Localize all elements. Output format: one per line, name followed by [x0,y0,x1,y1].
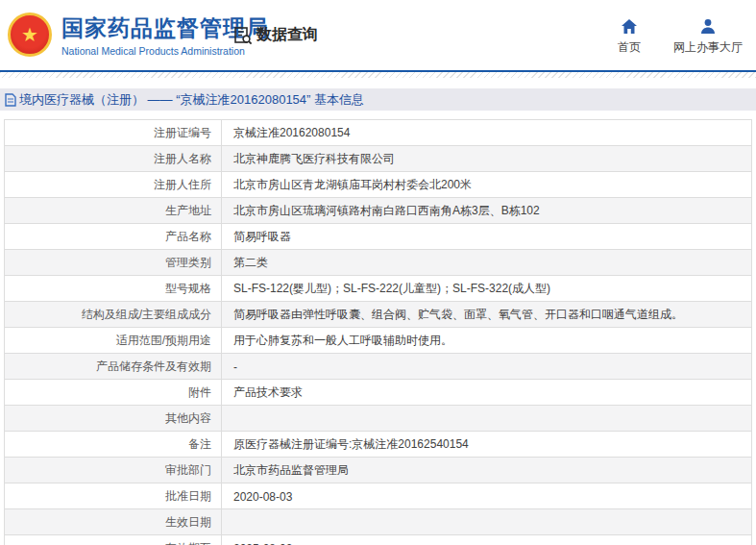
table-row: 备注原医疗器械注册证编号:京械注准20162540154 [5,432,751,458]
row-label: 有效期至 [5,535,222,545]
row-label: 生产地址 [5,198,222,223]
row-label-text: 附件 [188,384,211,401]
row-value: 简易呼吸器由弹性呼吸囊、组合阀、贮气袋、面罩、氧气管、开口器和口咽通气道组成。 [222,302,751,327]
row-label-text: 型号规格 [165,281,211,297]
row-label-text: 有效期至 [165,540,211,545]
row-label-text: 适用范围/预期用途 [116,333,211,349]
row-value: 原医疗器械注册证编号:京械注准20162540154 [222,432,751,457]
row-label: 型号规格 [5,276,222,301]
site-subtitle: National Medical Products Administration [61,45,269,57]
row-label: 其他内容 [5,406,222,431]
row-label-text: 注册人住所 [154,177,211,193]
row-label: 审批部门 [5,458,222,483]
page-icon [5,93,16,107]
row-value: 北京神鹿腾飞医疗科技有限公司 [222,146,751,171]
registration-info-table: 注册证编号京械注准20162080154注册人名称北京神鹿腾飞医疗科技有限公司注… [4,119,752,545]
data-query-label: 数据查询 [256,25,318,45]
row-label-text: 产品名称 [165,229,211,245]
site-logo[interactable]: ★ 国家药品监督管理局 National Medical Products Ad… [8,12,269,57]
row-label: 注册人住所 [5,172,222,197]
row-value [222,509,751,534]
page-title: 境内医疗器械（注册） —— “京械注准20162080154” 基本信息 [19,91,364,109]
top-navigation: 首页 网上办事大厅 [618,17,743,56]
row-label-text: 结构及组成/主要组成成分 [82,307,211,323]
row-label-text: 管理类别 [165,255,211,271]
row-label: 注册人名称 [5,146,222,171]
table-row: 附件产品技术要求 [5,380,751,406]
national-emblem-icon: ★ [8,12,52,57]
row-value: 简易呼吸器 [222,224,751,249]
nav-online-hall[interactable]: 网上办事大厅 [673,17,743,56]
data-query-section[interactable]: 数据查询 [233,25,318,45]
table-row: 有效期至2025-08-02 [5,535,751,545]
table-row: 结构及组成/主要组成成分简易呼吸器由弹性呼吸囊、组合阀、贮气袋、面罩、氧气管、开… [5,302,751,328]
row-label-text: 产品储存条件及有效期 [96,359,211,375]
row-label: 产品名称 [5,224,222,249]
row-label-text: 审批部门 [165,462,211,479]
table-row: 型号规格SL-FS-122(婴儿型)；SL-FS-222(儿童型)；SL-FS-… [5,276,751,302]
row-value: 产品技术要求 [222,380,751,405]
row-label: 批准日期 [5,483,222,508]
row-value: 北京市房山区琉璃河镇路村南白路口西南角A栋3层、B栋102 [222,198,751,223]
nav-online-hall-label: 网上办事大厅 [673,39,743,56]
row-value [222,406,751,431]
row-value: 2025-08-02 [222,535,751,545]
table-row: 管理类别第二类 [5,250,751,276]
row-label: 注册证编号 [5,120,222,145]
nav-home-label: 首页 [618,39,641,56]
row-value: SL-FS-122(婴儿型)；SL-FS-222(儿童型)；SL-FS-322(… [222,276,751,301]
table-row: 产品名称简易呼吸器 [5,224,751,250]
row-value: 用于心肺复苏和一般人工呼吸辅助时使用。 [222,328,751,353]
table-row: 生效日期 [5,509,751,535]
site-header: ★ 国家药品监督管理局 National Medical Products Ad… [0,0,756,70]
table-row: 注册证编号京械注准20162080154 [5,120,751,146]
row-label: 备注 [5,432,222,457]
row-value: - [222,354,751,379]
hatch-divider [0,72,756,78]
row-label-text: 生产地址 [165,203,211,219]
row-value: 2020-08-03 [222,483,751,508]
table-row: 生产地址北京市房山区琉璃河镇路村南白路口西南角A栋3层、B栋102 [5,198,751,224]
nav-home[interactable]: 首页 [618,17,641,56]
row-label: 产品储存条件及有效期 [5,354,222,379]
row-label: 附件 [5,380,222,405]
row-value: 京械注准20162080154 [222,120,751,145]
row-label: 生效日期 [5,509,222,534]
document-search-icon [233,26,253,45]
row-value: 北京市药品监督管理局 [222,458,751,483]
table-row: 注册人住所北京市房山区青龙湖镇庙耳岗村村委会北200米 [5,172,751,198]
row-label-text: 生效日期 [165,514,211,531]
row-value: 第二类 [222,250,751,275]
table-row: 其他内容 [5,406,751,432]
row-value: 北京市房山区青龙湖镇庙耳岗村村委会北200米 [222,172,751,197]
row-label-text: 备注 [188,436,211,453]
table-row: 审批部门北京市药品监督管理局 [5,458,751,483]
home-icon [621,17,638,35]
row-label-text: 注册人名称 [154,151,211,167]
table-row: 注册人名称北京神鹿腾飞医疗科技有限公司 [5,146,751,172]
row-label-text: 注册证编号 [154,125,211,141]
page-title-bar: 境内医疗器械（注册） —— “京械注准20162080154” 基本信息 [0,88,756,111]
table-row: 适用范围/预期用途用于心肺复苏和一般人工呼吸辅助时使用。 [5,328,751,354]
row-label: 适用范围/预期用途 [5,328,222,353]
row-label: 结构及组成/主要组成成分 [5,302,222,327]
row-label-text: 批准日期 [165,488,211,505]
row-label-text: 其他内容 [165,410,211,427]
user-icon [699,17,717,35]
table-row: 批准日期2020-08-03 [5,483,751,509]
row-label: 管理类别 [5,250,222,275]
table-row: 产品储存条件及有效期- [5,354,751,380]
